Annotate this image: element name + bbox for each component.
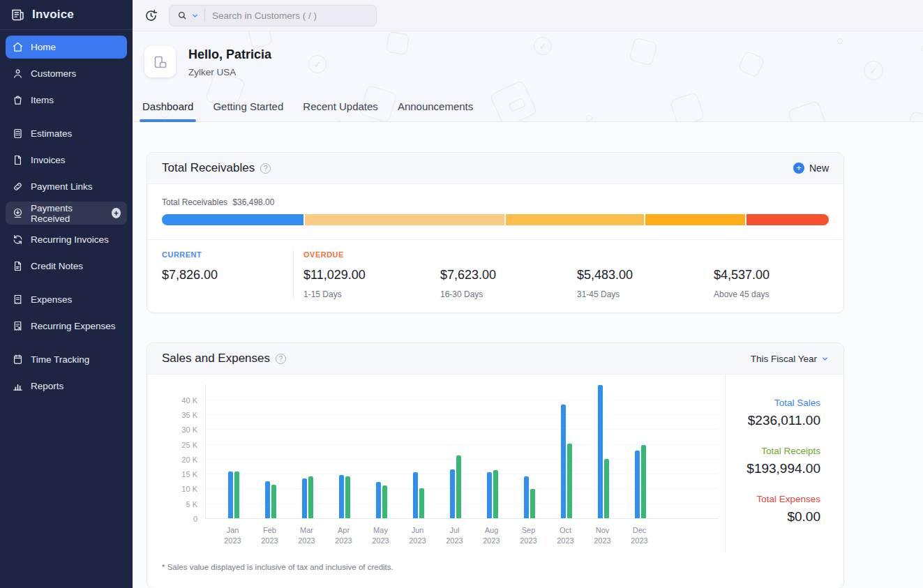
bar-group-may [363,384,400,518]
search-input[interactable] [212,10,369,21]
x-tick-label: Aug2023 [473,525,510,547]
receipts-bar [641,445,646,518]
sidebar-item-label: Expenses [31,294,72,305]
content-area: Total Receivables ? + New Total Receivab… [133,122,923,588]
greeting-text: Hello, Patricia [188,46,271,62]
search-box[interactable] [169,5,377,27]
sidebar-item-payments-received[interactable]: Payments Received+ [6,202,127,225]
search-scope-chevron-icon[interactable] [191,12,199,20]
x-tick-label: Apr2023 [325,525,362,547]
overdue-stats: OVERDUE$11,029.001-15 Days$7,623.0016-30… [294,250,841,299]
sales-bar [598,385,603,518]
receivables-title: Total Receivables [162,161,255,175]
receivables-segment-current [162,214,303,225]
overdue-amount: $11,029.00 [303,268,430,282]
sidebar-item-label: Time Tracking [31,354,89,365]
sales-bar [487,472,492,518]
bar-group-dec [622,384,659,518]
x-tick-label: Dec2023 [621,525,658,547]
total-label: Total Sales [726,398,820,408]
sidebar-item-home[interactable]: Home [6,36,127,59]
bar-group-jul [437,384,474,518]
sidebar-item-payment-links[interactable]: Payment Links [6,175,127,198]
receipts-bar [345,476,350,518]
sidebar-item-label: Recurring Expenses [31,321,116,331]
overdue-amount: $5,483.00 [577,268,704,282]
receipts-bar [271,485,276,518]
overdue-bucket-31-45-days: $5,483.0031-45 Days [567,250,704,299]
sidebar-item-customers[interactable]: Customers [6,62,127,85]
tabs-bar: DashboardGetting StartedRecent UpdatesAn… [133,93,923,122]
receipts-bar [382,485,387,518]
overdue-label [577,250,704,260]
sidebar-item-reports[interactable]: Reports [6,375,127,398]
overdue-days-label: Above 45 days [714,289,841,299]
sidebar-item-recurring-expenses[interactable]: Recurring Expenses [6,315,127,338]
x-tick-label: Mar2023 [288,525,325,547]
total-value: $0.00 [726,509,820,525]
sidebar-group: EstimatesInvoicesPayment LinksPayments R… [6,122,127,278]
tab-recent-updates[interactable]: Recent Updates [302,93,379,121]
sales-bar [524,476,529,518]
sidebar-group: HomeCustomersItems [6,36,127,112]
receivables-summary-label: Total Receivables [162,197,227,207]
sidebar-nav: HomeCustomersItemsEstimatesInvoicesPayme… [0,30,133,401]
sales-bar [450,469,455,518]
org-avatar [144,46,176,77]
organization-icon [152,54,169,70]
receipts-bar [419,488,424,518]
tab-dashboard[interactable]: Dashboard [142,93,194,121]
receivables-segment-overdue-31-45 [645,214,744,225]
bag-icon [12,94,24,106]
total-block-total-expenses: Total Expenses$0.00 [726,494,820,525]
sales-card-body: 05 K10 K15 K20 K25 K30 K35 K40 K Jan2023… [147,375,843,552]
receipts-bar [530,489,535,518]
y-tick-label: 40 K [181,396,197,405]
sales-bar [228,472,233,518]
sidebar-item-estimates[interactable]: Estimates [6,122,127,145]
sales-bar [302,478,307,518]
overdue-days-label: 16-30 Days [440,289,567,299]
current-stat: CURRENT $7,826.00 [147,250,294,299]
history-icon[interactable] [144,8,158,23]
y-tick-label: 15 K [181,470,197,478]
app-title: Invoice [32,8,74,22]
period-selector[interactable]: This Fiscal Year [751,354,829,364]
sidebar-item-label: Customers [31,68,76,79]
help-icon[interactable]: ? [260,163,271,174]
plus-circle-icon[interactable]: + [112,208,121,218]
receivables-summary-value: $36,498.00 [232,197,274,207]
tab-getting-started[interactable]: Getting Started [212,93,284,121]
receipts-bar [234,472,239,518]
overdue-label [714,250,841,260]
y-tick-label: 35 K [181,411,197,419]
help-icon[interactable]: ? [276,354,286,364]
new-button-label: New [809,163,829,174]
sidebar-item-recurring-invoices[interactable]: Recurring Invoices [6,228,127,251]
sales-footnote: * Sales value displayed is inclusive of … [147,552,843,588]
x-tick-label: Jul2023 [436,525,473,547]
sidebar-item-items[interactable]: Items [6,89,127,112]
receipts-bar [456,455,461,518]
sidebar-item-invoices[interactable]: Invoices [6,149,127,172]
receivables-progress-bar [162,214,829,225]
overdue-bucket-above-45-days: $4,537.00Above 45 days [704,250,841,299]
sales-expenses-card: Sales and Expenses ? This Fiscal Year [147,342,844,588]
y-tick-label: 5 K [186,500,197,508]
sidebar-item-expenses[interactable]: Expenses [6,288,127,311]
new-button[interactable]: + New [793,163,829,174]
tab-announcements[interactable]: Announcements [397,93,474,121]
sidebar-item-time-tracking[interactable]: Time Tracking [6,348,127,371]
overdue-label: OVERDUE [303,250,430,260]
main-area: Hello, Patricia Zylker USA DashboardGett… [133,0,923,588]
receivables-segment-overdue-16-30 [506,214,644,225]
bar-group-aug [474,384,511,518]
org-name: Zylker USA [188,67,271,77]
bar-group-nov [585,384,622,518]
receipt-icon [12,294,24,306]
overdue-days-label: 1-15 Days [303,289,430,299]
receivables-summary: Total Receivables $36,498.00 [162,197,829,207]
sidebar-group: ExpensesRecurring Expenses [6,288,127,338]
app-logo: Invoice [0,0,133,30]
sidebar-item-credit-notes[interactable]: Credit Notes [6,255,127,278]
